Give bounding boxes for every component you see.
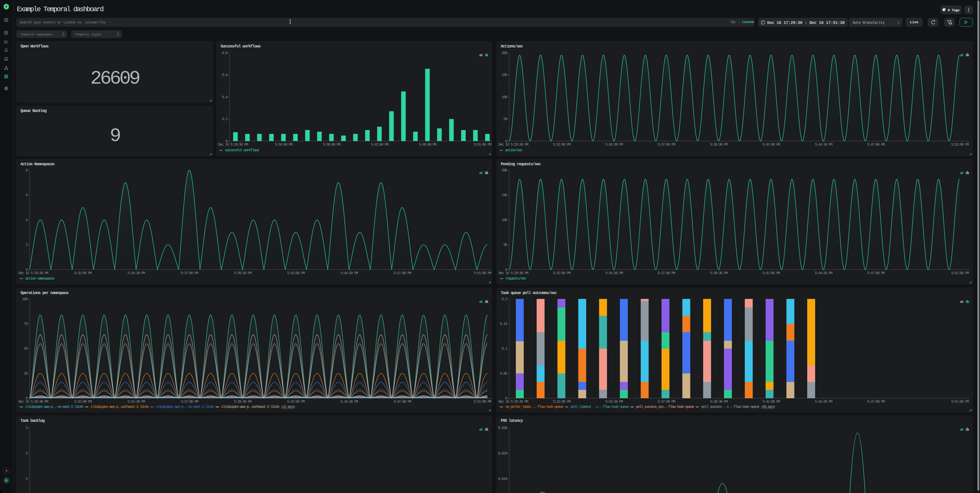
svg-text:5:47:00 PM: 5:47:00 PM — [867, 143, 885, 147]
svg-text:5:42:00 PM: 5:42:00 PM — [762, 271, 780, 275]
svg-text:5:51:00 PM: 5:51:00 PM — [951, 143, 969, 147]
svg-text:4: 4 — [25, 218, 27, 222]
svg-text:8: 8 — [25, 168, 27, 173]
svg-text:50: 50 — [503, 117, 507, 121]
svg-text:150: 150 — [502, 73, 508, 77]
svg-text:0.4: 0.4 — [222, 95, 228, 99]
svg-text:0.038: 0.038 — [498, 426, 507, 430]
svg-text:5:47:00 PM: 5:47:00 PM — [393, 399, 411, 404]
svg-text:5:42:00 PM: 5:42:00 PM — [762, 399, 780, 404]
svg-text:6: 6 — [25, 193, 27, 197]
svg-text:20K: 20K — [502, 168, 508, 173]
svg-text:100: 100 — [502, 95, 508, 99]
svg-text:10K: 10K — [502, 218, 508, 222]
svg-text:0.2: 0.2 — [502, 297, 508, 301]
svg-text:5:42:00 PM: 5:42:00 PM — [762, 143, 780, 147]
svg-text:5:47:00 PM: 5:47:00 PM — [867, 271, 885, 275]
svg-text:5:51:00 PM: 5:51:00 PM — [474, 143, 491, 147]
svg-text:5:32:00 PM: 5:32:00 PM — [553, 143, 570, 147]
svg-text:5:39:30 PM: 5:39:30 PM — [710, 143, 728, 147]
svg-text:5:34:30 PM: 5:34:30 PM — [127, 399, 145, 404]
svg-text:200: 200 — [502, 51, 508, 55]
svg-text:5:46:00 PM: 5:46:00 PM — [419, 143, 436, 147]
svg-text:0.2: 0.2 — [222, 117, 228, 121]
svg-text:0.1: 0.1 — [502, 347, 508, 351]
svg-text:5:32:00 PM: 5:32:00 PM — [553, 271, 570, 275]
svg-text:5:34:30 PM: 5:34:30 PM — [127, 271, 145, 275]
svg-text:5:32:00 PM: 5:32:00 PM — [74, 271, 92, 275]
svg-text:Dec 16 5:29:30 PM: Dec 16 5:29:30 PM — [498, 399, 528, 404]
svg-text:5:37:00 PM: 5:37:00 PM — [181, 271, 198, 275]
svg-text:100: 100 — [22, 297, 28, 301]
svg-text:Dec 16 5:29:30 PM: Dec 16 5:29:30 PM — [498, 271, 528, 275]
svg-text:0.6: 0.6 — [222, 73, 228, 77]
svg-text:5:34:30 PM: 5:34:30 PM — [605, 271, 623, 275]
svg-text:5:37:00 PM: 5:37:00 PM — [658, 399, 675, 404]
svg-text:5:32:00 PM: 5:32:00 PM — [553, 399, 570, 404]
svg-text:5:37:00 PM: 5:37:00 PM — [658, 143, 675, 147]
svg-text:2: 2 — [25, 243, 27, 247]
svg-text:5:44:30 PM: 5:44:30 PM — [815, 143, 832, 147]
svg-text:0.029: 0.029 — [498, 452, 507, 455]
svg-text:5:44:30 PM: 5:44:30 PM — [340, 271, 358, 275]
svg-text:25: 25 — [24, 372, 27, 376]
svg-text:0.019: 0.019 — [498, 477, 507, 481]
svg-text:Dec 16 5:29:30 PM: Dec 16 5:29:30 PM — [18, 271, 48, 275]
svg-text:0.15: 0.15 — [500, 322, 507, 326]
svg-text:5:38:00 PM: 5:38:00 PM — [323, 143, 340, 147]
svg-text:5:44:30 PM: 5:44:30 PM — [815, 271, 832, 275]
svg-text:5:51:00 PM: 5:51:00 PM — [951, 399, 969, 404]
svg-text:5:42:00 PM: 5:42:00 PM — [287, 271, 305, 275]
svg-text:5:34:30 PM: 5:34:30 PM — [605, 143, 623, 147]
svg-text:50: 50 — [24, 347, 27, 351]
svg-text:5:34:00 PM: 5:34:00 PM — [275, 143, 293, 147]
svg-text:?: ? — [5, 469, 7, 474]
svg-text:75: 75 — [24, 322, 27, 326]
svg-text:D: D — [5, 479, 7, 483]
svg-text:5K: 5K — [503, 243, 508, 247]
svg-text:4: 4 — [25, 426, 27, 430]
svg-text:5:51:00 PM: 5:51:00 PM — [474, 399, 491, 404]
svg-text:5:39:30 PM: 5:39:30 PM — [710, 271, 728, 275]
svg-text:5:42:00 PM: 5:42:00 PM — [287, 399, 305, 404]
svg-text:15K: 15K — [502, 193, 508, 197]
svg-text:5:44:30 PM: 5:44:30 PM — [340, 399, 358, 404]
svg-text:5:37:00 PM: 5:37:00 PM — [181, 399, 198, 404]
svg-text:5:47:00 PM: 5:47:00 PM — [393, 271, 411, 275]
svg-text:Dec 16 5:29:30 PM: Dec 16 5:29:30 PM — [18, 399, 48, 404]
svg-text:2: 2 — [25, 477, 27, 481]
svg-text:0 Tags: 0 Tags — [948, 8, 959, 12]
svg-text:5:51:00 PM: 5:51:00 PM — [951, 271, 969, 275]
svg-text:Dec 16 5:29:30 PM: Dec 16 5:29:30 PM — [218, 143, 248, 147]
svg-text:5:44:30 PM: 5:44:30 PM — [815, 399, 832, 404]
svg-text:3: 3 — [25, 452, 27, 455]
svg-text:5:51:00 PM: 5:51:00 PM — [474, 271, 491, 275]
svg-text:0.8: 0.8 — [222, 51, 228, 55]
svg-text:5:32:00 PM: 5:32:00 PM — [74, 399, 92, 404]
svg-text:5:47:00 PM: 5:47:00 PM — [867, 399, 885, 404]
svg-text:Dec 16 5:29:30 PM: Dec 16 5:29:30 PM — [498, 143, 528, 147]
svg-text:5:39:30 PM: 5:39:30 PM — [710, 399, 728, 404]
svg-text:0.05: 0.05 — [500, 372, 507, 376]
svg-text:5:39:30 PM: 5:39:30 PM — [234, 399, 251, 404]
svg-text:5:34:30 PM: 5:34:30 PM — [605, 399, 623, 404]
svg-text:5:37:00 PM: 5:37:00 PM — [658, 271, 675, 275]
svg-text:5:42:00 PM: 5:42:00 PM — [371, 143, 388, 147]
svg-text:5:39:30 PM: 5:39:30 PM — [234, 271, 251, 275]
